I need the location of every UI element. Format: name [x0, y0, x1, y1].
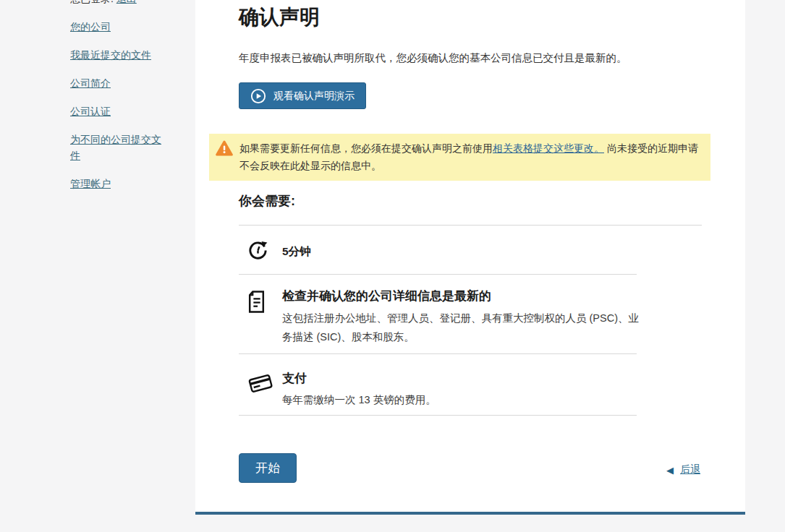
need-item-desc-check-details: 这包括注册办公地址、管理人员、登记册、具有重大控制权的人员 (PSC)、业务描述…: [282, 309, 640, 346]
sidebar-item-recent-filings[interactable]: 我最近提交的文件: [70, 49, 151, 61]
credit-card-icon: [247, 372, 273, 398]
back-link-container: ◀ 后退: [666, 463, 700, 476]
play-icon: [250, 88, 266, 104]
document-icon: [247, 291, 266, 316]
back-link[interactable]: 后退: [680, 463, 700, 476]
page-title: 确认声明: [239, 4, 320, 31]
back-arrow-icon: ◀: [666, 466, 674, 475]
item-divider: [239, 353, 637, 354]
sidebar-item-your-companies[interactable]: 您的公司: [70, 21, 111, 33]
warning-text-before-link: 如果需要更新任何信息，您必须在提交确认声明之前使用: [239, 142, 493, 154]
need-item-title-payment: 支付: [282, 370, 307, 387]
item-divider: [239, 274, 637, 275]
watch-demo-button[interactable]: 观看确认声明演示: [239, 82, 366, 109]
sidebar-item: 为不同的公司提交文件: [70, 132, 168, 163]
sidebar-item: 公司认证: [70, 103, 168, 119]
sidebar-item-file-different-company[interactable]: 为不同的公司提交文件: [70, 134, 161, 161]
start-button[interactable]: 开始: [239, 453, 297, 483]
need-item-title-check-details: 检查并确认您的公司详细信息是最新的: [282, 288, 491, 304]
sidebar-item: 我最近提交的文件: [70, 47, 168, 63]
item-divider: [239, 415, 637, 416]
sidebar-item: 公司简介: [70, 75, 168, 91]
warning-triangle-icon: [216, 140, 233, 162]
sidebar-item-company-authentication[interactable]: 公司认证: [70, 106, 111, 117]
sidebar-nav-list: 您的公司 我最近提交的文件 公司简介 公司认证 为不同的公司提交文件 管理帐户: [70, 19, 171, 192]
intro-paragraph: 年度申报表已被确认声明所取代，您必须确认您的基本公司信息已交付且是最新的。: [239, 51, 705, 66]
main-panel: 确认声明 年度申报表已被确认声明所取代，您必须确认您的基本公司信息已交付且是最新…: [195, 0, 745, 515]
section-divider: [239, 225, 702, 226]
sidebar-item-company-overview[interactable]: 公司简介: [70, 77, 111, 89]
sidebar-item: 您的公司: [70, 19, 168, 35]
warning-banner: 如果需要更新任何信息，您必须在提交确认声明之前使用相关表格提交这些更改。 尚未接…: [209, 134, 710, 181]
watch-demo-button-label: 观看确认声明演示: [273, 90, 355, 103]
sidebar-item: 管理帐户: [70, 176, 168, 192]
sign-out-link[interactable]: 退出: [116, 0, 137, 4]
need-item-title-time: 5分钟: [282, 244, 311, 259]
sidebar: 您已登录: 退出 您的公司 我最近提交的文件 公司简介 公司认证 为不同的公司提…: [70, 0, 171, 204]
warning-forms-link[interactable]: 相关表格提交这些更改。: [493, 142, 604, 154]
sidebar-item-manage-account[interactable]: 管理帐户: [70, 178, 111, 189]
you-will-need-heading: 你会需要:: [239, 192, 295, 210]
signed-in-label: 您已登录:: [70, 0, 116, 4]
signed-in-row: 您已登录: 退出: [70, 0, 171, 7]
clock-icon: [247, 240, 268, 264]
need-item-desc-payment: 每年需缴纳一次 13 英镑的费用。: [282, 390, 640, 409]
